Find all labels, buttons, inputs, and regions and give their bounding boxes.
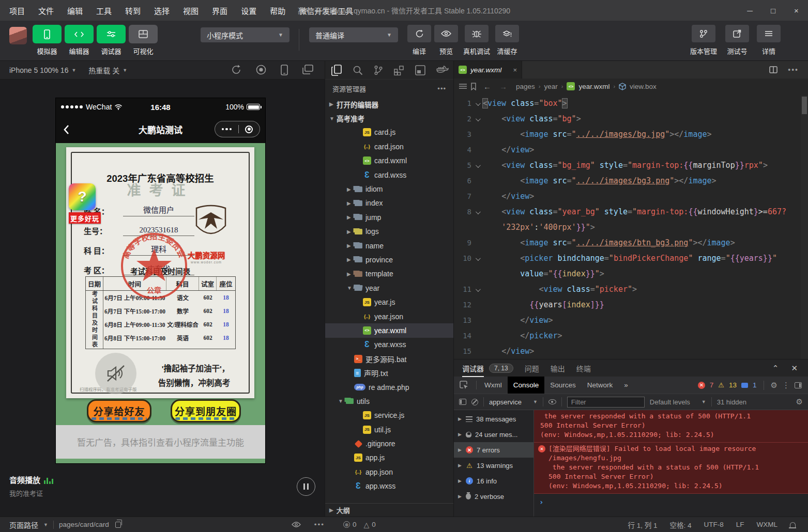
extensions-icon[interactable] <box>394 65 404 75</box>
warning-count[interactable]: 13 <box>729 381 737 389</box>
code-line-6[interactable]: 6 <image src="../../images/bg3.png"></im… <box>454 173 801 189</box>
tree-item-idiom[interactable]: ▶idiom <box>325 182 453 196</box>
audio-pause-button[interactable] <box>297 477 315 496</box>
tree-item-app.json[interactable]: app.json <box>325 465 453 479</box>
files-icon[interactable] <box>331 65 342 76</box>
log-levels-select[interactable]: Default levels▼ <box>650 398 706 406</box>
tree-item-template[interactable]: ▶template <box>325 267 453 281</box>
code-line-3[interactable]: 3 <image src="../../images/bg.jpg"></ima… <box>454 127 801 142</box>
code-line-13[interactable]: 13 </view> <box>454 312 801 328</box>
remote-debug-button[interactable]: 真机调试 <box>462 25 492 56</box>
tree-item-app.js[interactable]: app.js <box>325 451 453 465</box>
code-line-12[interactable]: 12 {{years[index]}} <box>454 297 801 312</box>
problems-error-icon[interactable]: ⊗ <box>343 521 350 528</box>
tree-item-index[interactable]: ▶index <box>325 196 453 210</box>
watch-expression-icon[interactable] <box>548 399 556 404</box>
details-button[interactable]: 详情 <box>754 25 784 56</box>
code-line-1[interactable]: 1<view class="box"> <box>454 96 801 111</box>
tree-item-app.wxss[interactable]: app.wxss <box>325 479 453 493</box>
menu-item-项目[interactable]: 项目 <box>9 5 25 16</box>
inspect-icon[interactable] <box>454 377 474 394</box>
visualization-toggle-button[interactable]: 可视化 <box>128 25 158 56</box>
page-path-select[interactable]: 页面路径 <box>9 520 38 530</box>
bookmark-icon[interactable] <box>470 83 477 90</box>
devtools-settings-icon[interactable]: ⚙ <box>771 381 777 390</box>
tree-item-.gitignore[interactable]: .gitignore <box>325 436 453 450</box>
console-error-entry[interactable]: the server responded with a status of 50… <box>534 410 808 443</box>
simulator-toggle-button[interactable]: 模拟器 <box>32 25 62 56</box>
tree-item-打开的编辑器[interactable]: ▶打开的编辑器 <box>325 97 453 111</box>
search-icon[interactable] <box>353 65 363 75</box>
outline-list-icon[interactable] <box>459 83 467 89</box>
preview-panel-icon[interactable] <box>415 65 425 75</box>
menu-item-编辑[interactable]: 编辑 <box>67 5 83 16</box>
fold-chevron-icon[interactable] <box>471 285 483 294</box>
code-line-7[interactable]: 7 </view> <box>454 189 801 204</box>
console-error-entry[interactable]: ✕[渲染层网络层错误] Failed to load local image r… <box>534 443 808 494</box>
tab-sources[interactable]: Sources <box>544 377 582 394</box>
tree-item-year.wxss[interactable]: year.wxss <box>325 338 453 352</box>
editor-scrollbar[interactable] <box>801 96 808 359</box>
tree-item-utils[interactable]: ▼utils <box>325 394 453 408</box>
dock-side-icon[interactable] <box>795 382 802 388</box>
tree-item-声明.txt[interactable]: 声明.txt <box>325 366 453 380</box>
fold-chevron-icon[interactable] <box>471 161 483 170</box>
tree-item-logs[interactable]: ▶logs <box>325 225 453 239</box>
problems-error-count[interactable]: 0 <box>353 521 357 528</box>
floating-ad[interactable]: ? 更多好玩 <box>69 183 101 224</box>
eol-type[interactable]: LF <box>736 521 744 528</box>
floating-ad-label[interactable]: 更多好玩 <box>69 212 101 224</box>
console-sidebar-toggle-icon[interactable] <box>459 399 466 405</box>
back-icon[interactable] <box>63 124 69 135</box>
fold-chevron-icon[interactable] <box>471 207 483 216</box>
preview-button[interactable]: 预览 <box>431 25 461 56</box>
tab-terminal[interactable]: 终端 <box>576 363 591 373</box>
clear-console-icon[interactable] <box>471 399 478 405</box>
version-control-button[interactable]: 版本管理 <box>689 25 719 56</box>
tree-item-year[interactable]: ▼year <box>325 281 453 295</box>
share-to-friend-button[interactable]: 分享给好友 <box>87 399 151 423</box>
fold-chevron-icon[interactable] <box>471 254 483 263</box>
error-count[interactable]: 7 <box>710 381 714 389</box>
code-line-15[interactable]: 15 </view> <box>454 343 801 359</box>
tree-item-province[interactable]: ▶province <box>325 253 453 267</box>
tab-problems[interactable]: 问题 <box>525 363 539 373</box>
docker-icon[interactable] <box>436 66 449 75</box>
code-line-10[interactable]: 10 <picker bindchange="bindPickerChange"… <box>454 251 801 266</box>
restart-icon[interactable] <box>231 65 241 75</box>
nav-forward-icon[interactable]: → <box>499 82 507 91</box>
game-cube-icon[interactable]: ? <box>69 183 96 210</box>
filter-errors[interactable]: ▶✕7 errors <box>454 442 533 458</box>
menu-item-转到[interactable]: 转到 <box>125 5 141 16</box>
explorer-more-icon[interactable]: ••• <box>437 85 446 92</box>
close-button[interactable]: × <box>785 0 808 21</box>
code-line-14[interactable]: 14 </picker> <box>454 328 801 343</box>
menu-item-工具[interactable]: 工具 <box>96 5 112 16</box>
crumb-file[interactable]: year.wxml <box>578 83 609 90</box>
devtools-kebab-icon[interactable]: ⋮ <box>782 381 790 390</box>
tab-wxml[interactable]: Wxml <box>479 377 508 394</box>
console-settings-icon[interactable]: ⚙ <box>796 397 803 406</box>
console-filter-input[interactable] <box>567 397 645 408</box>
compile-button[interactable]: 编译 <box>404 25 434 56</box>
page-path-value[interactable]: pages/card/card <box>59 521 109 528</box>
filter-verbose[interactable]: ▶2 verbose <box>454 489 533 504</box>
collapse-panel-icon[interactable]: ⌃ <box>772 364 779 373</box>
language-mode[interactable]: WXML <box>757 521 778 528</box>
fold-chevron-icon[interactable] <box>471 99 483 108</box>
editor-more-icon[interactable]: ••• <box>788 66 799 74</box>
tree-item-高考准考[interactable]: ▼高考准考 <box>325 111 453 125</box>
filter-warnings[interactable]: ▶⚠13 warnings <box>454 458 533 473</box>
menu-item-视图[interactable]: 视图 <box>183 5 199 16</box>
compile-mode-select[interactable]: 普通编译▼ <box>309 27 398 42</box>
outline-section[interactable]: ▶ 大纲 <box>325 503 453 517</box>
filter-info[interactable]: ▶i16 info <box>454 473 533 489</box>
tree-item-year.json[interactable]: year.json <box>325 309 453 323</box>
close-tab-icon[interactable]: × <box>513 66 517 74</box>
console-prompt[interactable]: › <box>534 494 808 506</box>
copy-icon[interactable] <box>115 522 121 528</box>
tree-item-card.json[interactable]: card.json <box>325 139 453 153</box>
menu-item-界面[interactable]: 界面 <box>212 5 227 16</box>
maximize-button[interactable]: □ <box>761 0 785 21</box>
code-line-4[interactable]: 4 </view> <box>454 142 801 158</box>
